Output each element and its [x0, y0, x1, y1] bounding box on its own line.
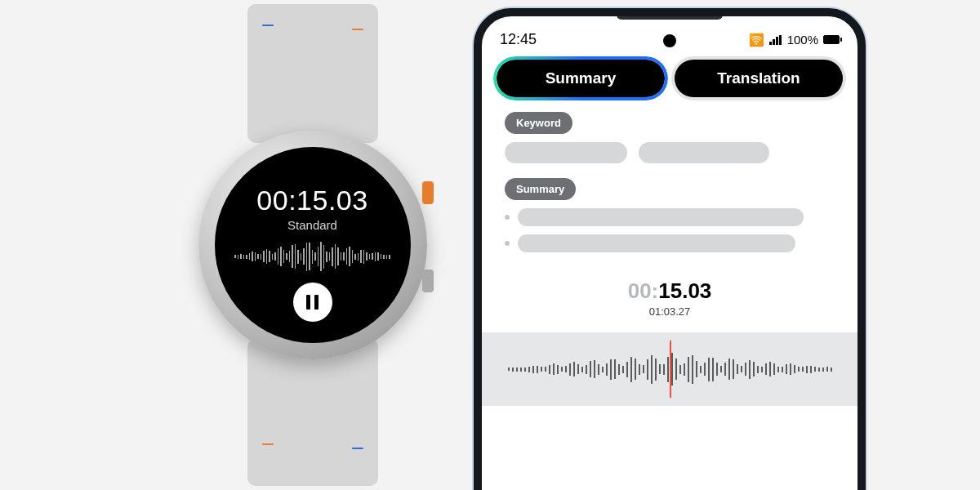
watch-face: 00:15.03 Standard [215, 147, 411, 343]
playback-current-time: 00:15.03 [482, 278, 858, 304]
summary-bullet [505, 234, 835, 252]
watch-crown-bottom[interactable] [422, 270, 434, 292]
front-camera-icon [663, 34, 676, 47]
summary-bullet [505, 208, 835, 226]
tab-translation[interactable]: Translation [675, 60, 843, 97]
watch-strap-bottom [247, 339, 378, 486]
signal-icon [769, 35, 782, 45]
pause-icon [306, 295, 310, 310]
summary-section: Summary [482, 178, 858, 275]
phone-speaker [617, 15, 723, 20]
audio-scrubber[interactable] [482, 332, 858, 406]
watch-bezel: 00:15.03 Standard [198, 131, 427, 359]
mode-tabs: Summary Translation [482, 55, 858, 112]
keyword-placeholder [505, 142, 627, 163]
tab-summary[interactable]: Summary [497, 60, 665, 97]
watch-strap-top [247, 4, 378, 143]
wifi-icon [749, 33, 764, 47]
playback-timeline: 00:15.03 01:03.27 [482, 278, 858, 318]
smartphone: 12:45 100% Summary Translation Keyword S… [474, 8, 866, 490]
summary-placeholder [518, 208, 804, 226]
battery-icon [823, 35, 840, 44]
bullet-icon [505, 215, 510, 220]
watch-crown-top[interactable] [422, 181, 434, 204]
keyword-placeholder [639, 142, 769, 163]
playback-total-time: 01:03.27 [482, 305, 858, 318]
pause-button[interactable] [293, 283, 332, 322]
summary-placeholder [518, 234, 795, 252]
pause-icon [314, 295, 318, 310]
battery-text: 100% [787, 33, 818, 47]
waveform-icon [234, 240, 390, 273]
smartwatch: 00:15.03 Standard [196, 4, 429, 486]
playhead-icon [670, 341, 671, 398]
bullet-icon [505, 241, 510, 246]
recording-mode-label: Standard [287, 218, 337, 232]
summary-chip: Summary [505, 178, 576, 200]
status-clock: 12:45 [500, 31, 537, 48]
keyword-chip: Keyword [505, 112, 572, 134]
recording-elapsed-time: 00:15.03 [256, 185, 368, 216]
keyword-section: Keyword [482, 112, 858, 178]
